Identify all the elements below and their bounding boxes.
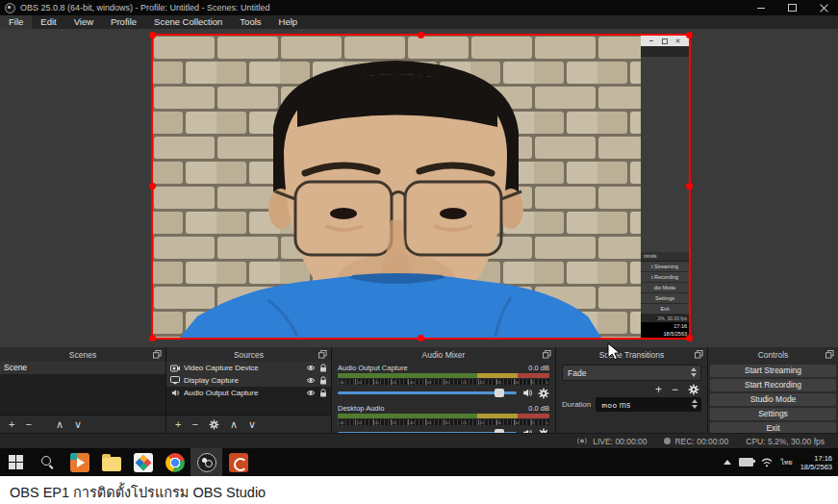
control-button[interactable]: Start Recording <box>710 379 836 391</box>
menu-item[interactable]: Help <box>270 15 307 29</box>
mini-restore-icon <box>662 38 668 44</box>
popout-icon[interactable] <box>543 350 551 359</box>
restore-icon[interactable] <box>788 4 797 12</box>
select-spinner-icon[interactable] <box>691 367 697 377</box>
close-icon[interactable] <box>820 4 828 13</box>
live-broadcast-icon <box>575 437 589 445</box>
resize-handle-bottom-center[interactable] <box>418 335 424 341</box>
taskbar-search-button[interactable] <box>32 448 63 476</box>
resize-handle-bottom-right[interactable] <box>686 335 693 341</box>
menu-item[interactable]: View <box>65 15 102 29</box>
lock-icon[interactable] <box>319 364 327 372</box>
taskbar-file-explorer[interactable] <box>95 448 127 476</box>
scene-move-down-button[interactable]: ∨ <box>74 416 82 433</box>
rec-timer: REC: 00:00:00 <box>674 437 728 446</box>
volume-slider[interactable] <box>338 391 517 394</box>
control-button[interactable]: Settings <box>710 408 836 420</box>
mini-window-strip <box>641 46 689 57</box>
remove-scene-button[interactable]: − <box>25 416 31 433</box>
transition-properties-gear-icon[interactable] <box>688 384 699 395</box>
obs-icon <box>197 453 216 472</box>
taskbar-photos-app[interactable] <box>127 448 159 476</box>
sources-panel: Sources Video Capture Device <box>166 347 332 433</box>
eye-icon[interactable] <box>306 377 316 384</box>
resize-handle-mid-left[interactable] <box>149 183 156 189</box>
remove-source-button[interactable]: − <box>191 416 197 433</box>
control-button[interactable]: Studio Mode <box>710 393 836 406</box>
meter-scale: -60-55-50-45-40-35-30-25-20-15-10-50 <box>338 379 549 385</box>
resize-handle-top-center[interactable] <box>418 32 424 38</box>
duration-label: Duration <box>562 400 591 409</box>
presentation-icon <box>229 453 248 472</box>
channel-level: 0.0 dB <box>528 364 549 373</box>
menu-bar: FileEditViewProfileScene CollectionTools… <box>0 15 838 29</box>
mixer-channel-audio-output: Audio Output Capture 0.0 dB -60-55-50-45… <box>338 364 549 399</box>
language-indicator[interactable]: ไทย <box>780 457 792 467</box>
minimize-icon[interactable] <box>757 8 765 9</box>
taskbar-chrome[interactable] <box>159 448 190 476</box>
remove-transition-button[interactable]: − <box>672 383 678 396</box>
resize-handle-bottom-left[interactable] <box>149 335 156 341</box>
person-illustration <box>153 36 641 338</box>
speaker-mute-icon[interactable] <box>521 388 533 398</box>
mini-status-text: 2%, 30.00 fps <box>641 315 689 322</box>
duration-spinbox[interactable]: ๓๐๐ ms <box>596 397 701 412</box>
lock-icon[interactable] <box>319 376 327 385</box>
lock-icon[interactable] <box>319 389 327 397</box>
menu-item[interactable]: File <box>0 15 32 29</box>
channel-level: 0.0 dB <box>528 404 549 414</box>
add-scene-button[interactable]: + <box>9 416 14 433</box>
taskbar-movies-app[interactable] <box>63 448 95 476</box>
popout-icon[interactable] <box>318 350 327 359</box>
taskbar-obs-active[interactable] <box>190 448 222 476</box>
eye-icon[interactable] <box>306 390 316 396</box>
source-move-up-button[interactable]: ∧ <box>230 416 238 433</box>
transition-select[interactable]: Fade <box>562 365 701 381</box>
start-button[interactable] <box>0 448 32 476</box>
source-properties-gear-icon[interactable] <box>209 419 219 430</box>
control-button[interactable]: Start Streaming <box>710 365 836 377</box>
scene-move-up-button[interactable]: ∧ <box>56 416 63 433</box>
source-row-display-capture[interactable]: Display Capture <box>166 374 331 387</box>
source-row-video-capture[interactable]: Video Capture Device <box>166 362 331 374</box>
add-transition-button[interactable]: + <box>655 383 662 396</box>
screenshot-root: OBS 25.0.8 (64-bit, windows) - Profile: … <box>0 0 838 504</box>
popout-icon[interactable] <box>695 350 703 359</box>
controls-panel: Controls Start StreamingStart RecordingS… <box>708 347 838 433</box>
volume-slider-knob[interactable] <box>495 389 504 397</box>
menu-item[interactable]: Edit <box>32 15 64 29</box>
status-bar: LIVE: 00:00:00 REC: 00:00:00 CPU: 5.2%, … <box>0 433 838 448</box>
tray-chevron-icon[interactable] <box>724 460 731 465</box>
chrome-icon <box>165 453 185 472</box>
battery-icon[interactable] <box>739 458 753 466</box>
resize-handle-mid-right[interactable] <box>686 183 693 189</box>
selected-source-bounds[interactable]: ntrols t Streamingt Recordingdio ModeSet… <box>151 34 691 340</box>
scene-list-item[interactable]: Scene <box>0 362 165 374</box>
duration-spinner-icon[interactable] <box>692 399 698 409</box>
channel-settings-gear-icon[interactable] <box>538 388 549 399</box>
mini-button-list: t Streamingt Recordingdio ModeSettingsEx… <box>641 262 689 315</box>
scenes-panel: Scenes Scene + − ∧ ∨ <box>0 347 166 433</box>
eye-icon[interactable] <box>306 365 316 371</box>
window-title: OBS 25.0.8 (64-bit, windows) - Profile: … <box>20 3 270 13</box>
popout-icon[interactable] <box>153 350 162 359</box>
wifi-icon[interactable] <box>761 458 773 467</box>
menu-item[interactable]: Scene Collection <box>145 15 231 29</box>
source-row-audio-output-capture[interactable]: Audio Output Capture <box>166 387 331 399</box>
popout-icon[interactable] <box>825 350 834 359</box>
preview-area[interactable]: ntrols t Streamingt Recordingdio ModeSet… <box>0 29 838 347</box>
control-button[interactable]: Exit <box>710 422 836 433</box>
mini-window-titlebar <box>641 36 689 46</box>
resize-handle-top-right[interactable] <box>686 32 693 38</box>
source-move-down-button[interactable]: ∨ <box>248 416 256 433</box>
mini-taskbar-clock: 17:16 18/5/2563 <box>641 322 689 338</box>
taskbar-clock[interactable]: 17:16 18/5/2563 <box>800 454 832 471</box>
mini-button: t Recording <box>641 272 689 283</box>
add-source-button[interactable]: + <box>175 416 181 433</box>
resize-handle-top-left[interactable] <box>149 32 156 38</box>
menu-item[interactable]: Profile <box>102 15 145 29</box>
camera-icon <box>170 365 180 372</box>
volume-meter <box>338 373 549 378</box>
taskbar-presentation-app[interactable] <box>222 448 254 476</box>
menu-item[interactable]: Tools <box>231 15 269 29</box>
